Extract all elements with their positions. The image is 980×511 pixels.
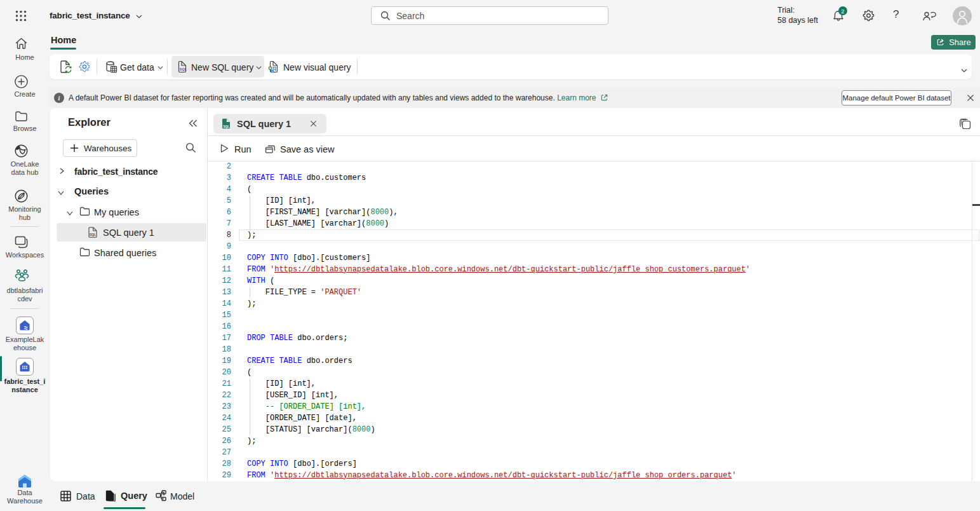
svg-text:SQL: SQL [90,233,96,236]
svg-text:SQL: SQL [223,125,229,128]
svg-text:SQL: SQL [180,67,187,71]
